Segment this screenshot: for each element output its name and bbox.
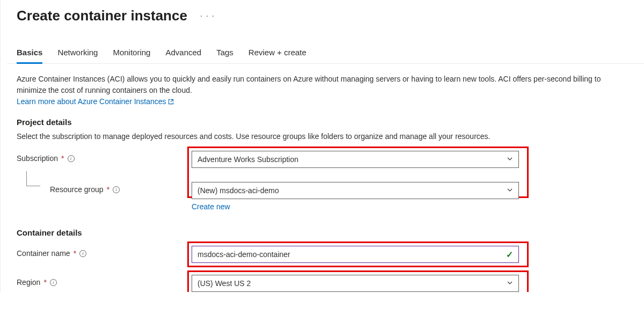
container-name-label: Container name [17, 249, 70, 258]
tab-monitoring[interactable]: Monitoring [113, 48, 150, 64]
intro-text: Azure Container Instances (ACI) allows y… [17, 74, 609, 108]
create-new-link[interactable]: Create new [192, 202, 230, 211]
tab-tags[interactable]: Tags [216, 48, 233, 64]
tab-advanced[interactable]: Advanced [165, 48, 201, 64]
tab-networking[interactable]: Networking [57, 48, 98, 64]
project-details-desc: Select the subscription to manage deploy… [17, 131, 609, 142]
subscription-select[interactable]: Adventure Works Subscription [192, 151, 519, 168]
more-actions-icon[interactable]: · · · [200, 11, 215, 21]
required-marker: * [107, 185, 109, 194]
required-marker: * [43, 278, 46, 287]
wizard-tabs: Basics Networking Monitoring Advanced Ta… [7, 28, 644, 64]
info-icon[interactable]: i [68, 155, 75, 162]
resource-group-select[interactable]: (New) msdocs-aci-demo [192, 182, 519, 199]
tab-basics[interactable]: Basics [17, 48, 42, 64]
required-marker: * [74, 249, 76, 258]
tree-elbow [26, 171, 40, 186]
region-select[interactable]: (US) West US 2 [192, 275, 519, 292]
valid-check-icon: ✓ [506, 250, 513, 260]
container-name-input[interactable]: msdocs-aci-demo-container ✓ [192, 246, 519, 263]
required-marker: * [61, 154, 64, 163]
region-label: Region [17, 278, 40, 287]
project-details-heading: Project details [17, 118, 609, 127]
learn-more-link[interactable]: Learn more about Azure Container Instanc… [17, 97, 174, 106]
info-icon[interactable]: i [79, 250, 86, 257]
tab-review-create[interactable]: Review + create [248, 48, 306, 64]
container-details-heading: Container details [17, 228, 609, 237]
info-icon[interactable]: i [50, 279, 57, 286]
subscription-label: Subscription [17, 154, 58, 163]
resource-group-label: Resource group [50, 185, 104, 194]
page-title: Create container instance [17, 8, 187, 24]
external-link-icon [168, 97, 174, 108]
info-icon[interactable]: i [113, 186, 120, 193]
